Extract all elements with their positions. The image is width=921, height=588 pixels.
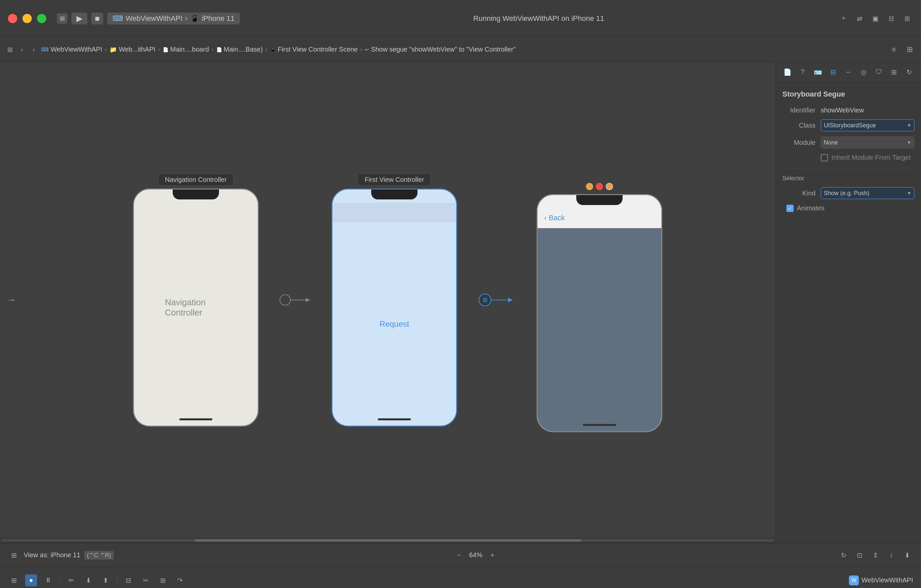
component-button[interactable]: ⊟: [122, 575, 134, 586]
home-indicator-3: [583, 424, 616, 426]
debug-view-button[interactable]: ⊞: [8, 575, 20, 586]
scrollbar-track[interactable]: [1, 539, 774, 542]
module-row: Module None ▼: [783, 136, 914, 148]
zoom-in-button[interactable]: +: [488, 550, 497, 561]
traffic-lights: [8, 14, 46, 23]
grid-button[interactable]: ⊞: [157, 575, 169, 586]
identity-inspector-icon[interactable]: 🪪: [812, 66, 824, 78]
web-vc-content: [538, 228, 661, 431]
maximize-button[interactable]: [37, 14, 46, 23]
back-button-text: ‹ Back: [544, 214, 565, 222]
status-right: ↻ ⊡ ⇕ ↕ ⬇: [838, 549, 913, 561]
view-as-text: View as: iPhone 11: [24, 551, 80, 559]
transfer-icon[interactable]: ⇄: [854, 13, 866, 24]
title-bar: ⊞ ▶ ■ ⌨ WebViewWithAPI › 📱 iPhone 11 Run…: [0, 0, 921, 37]
web-vc-navbar: ‹ Back: [538, 208, 661, 228]
web-vc-container: Web View Controller ‹ Back: [537, 168, 662, 432]
svg-point-0: [280, 295, 290, 305]
refresh-icon[interactable]: ↻: [838, 549, 849, 561]
layout-inspector-icon[interactable]: ⊞: [888, 66, 900, 78]
first-vc-navbar: [332, 203, 456, 223]
phone-notch-2: [371, 190, 418, 200]
stop-button[interactable]: ■: [91, 13, 103, 24]
minimize-button[interactable]: [23, 14, 32, 23]
forward-nav-icon[interactable]: ›: [29, 45, 38, 54]
nav-to-first-arrow: [278, 293, 312, 307]
first-vc-phone: Request: [332, 188, 457, 427]
layout-button[interactable]: ⊞: [901, 13, 913, 24]
canvas-scrollbar[interactable]: [0, 538, 775, 543]
zoom-level: 64%: [469, 551, 482, 559]
scheme-selector[interactable]: ⌨ WebViewWithAPI › 📱 iPhone 11: [107, 13, 240, 24]
nav-controller-container: Navigation Controller Navigation Control…: [133, 174, 259, 427]
svg-marker-6: [508, 298, 513, 302]
shield-icon[interactable]: 🛡: [873, 66, 885, 78]
connections-inspector-icon[interactable]: ◎: [858, 66, 870, 78]
inherit-checkbox[interactable]: [821, 154, 828, 161]
back-nav-icon[interactable]: ‹: [17, 45, 26, 54]
breadcrumb-segue[interactable]: ↩ Show segue "showWebView" to "View Cont…: [365, 45, 516, 53]
split-view-button[interactable]: ⊟: [885, 13, 897, 24]
right-panel-content: Storyboard Segue Identifier showWebView …: [776, 82, 921, 538]
class-select-chevron: ▼: [907, 123, 911, 128]
module-label: Module: [783, 139, 815, 146]
play-button[interactable]: ▶: [72, 13, 87, 24]
size-inspector-icon[interactable]: ↔: [842, 66, 854, 78]
kind-select[interactable]: Show (e.g. Push) ▼: [821, 187, 914, 199]
breadcrumb-project[interactable]: ⌨ WebViewWithAPI: [41, 45, 102, 53]
breadcrumb-main-base[interactable]: 📄 Main....Base): [216, 45, 263, 53]
class-row: Class UIStoryboardSegue ▼: [783, 119, 914, 131]
sidebar-toggle-button[interactable]: ⊞: [57, 13, 67, 24]
scrollbar-thumb[interactable]: [195, 539, 581, 542]
draw-button[interactable]: ✏: [65, 575, 77, 586]
cycle-icon[interactable]: ↻: [903, 66, 916, 78]
breadcrumb-bar: ⊞ ‹ › ⌨ WebViewWithAPI › 📁 Web...ithAPI …: [0, 37, 921, 62]
kind-label: Kind: [783, 190, 815, 197]
run-status: Running WebViewWithAPI on iPhone 11: [245, 14, 832, 23]
animates-label: Animates: [797, 205, 824, 212]
zoom-out-button[interactable]: −: [454, 550, 464, 561]
breadcrumb-scene[interactable]: 📱 First View Controller Scene: [270, 45, 358, 53]
module-select[interactable]: None ▼: [821, 136, 914, 148]
animates-row: Animates: [783, 205, 914, 212]
quick-help-icon[interactable]: ?: [796, 66, 809, 78]
fit-icon[interactable]: ⊡: [854, 549, 866, 561]
bc-sep-2: ›: [158, 46, 160, 53]
right-panel-toolbar: 📄 ? 🪪 ⊟ ↔ ◎ 🛡 ⊞ ↻: [776, 62, 921, 82]
active-button[interactable]: ●: [25, 575, 37, 586]
attributes-inspector-icon[interactable]: ⊟: [827, 66, 839, 78]
breadcrumb-folder[interactable]: 📁 Web...ithAPI: [109, 45, 156, 53]
close-button[interactable]: [8, 14, 17, 23]
identifier-value: showWebView: [821, 107, 914, 114]
panel-toggle-icon[interactable]: ⊞: [8, 549, 20, 561]
upload-arrow-button[interactable]: ⬆: [99, 575, 111, 586]
file-inspector-icon[interactable]: 📄: [781, 66, 794, 78]
kind-select-chevron: ▼: [907, 190, 911, 196]
canvas-area[interactable]: → Navigation Controller Navigation Contr…: [0, 62, 775, 538]
request-link: Request: [379, 320, 409, 329]
svg-marker-2: [306, 298, 310, 302]
breadcrumb-grid-button[interactable]: ⊞: [904, 44, 916, 55]
svg-text:⊞: ⊞: [483, 297, 488, 303]
add-button[interactable]: +: [838, 13, 849, 24]
view-as-shortcut: (⌃C ⌃R): [85, 551, 114, 560]
sidebar-icon[interactable]: ⊞: [5, 45, 15, 54]
pause-button[interactable]: ⏸: [42, 575, 54, 586]
nav-controller-phone: Navigation Controller: [133, 188, 259, 427]
scissors-button[interactable]: ✂: [140, 575, 151, 586]
scale-icon[interactable]: ↕: [885, 549, 897, 561]
view-mode-button[interactable]: ▣: [869, 13, 881, 24]
download-icon[interactable]: ⬇: [901, 549, 913, 561]
adjust-icon[interactable]: ⇕: [869, 549, 881, 561]
nav-controller-screen: Navigation Controller: [134, 190, 258, 426]
class-select[interactable]: UIStoryboardSegue ▼: [821, 119, 914, 131]
status-left: ⊞ View as: iPhone 11 (⌃C ⌃R): [8, 549, 114, 561]
download-arrow-button[interactable]: ⬇: [82, 575, 94, 586]
breadcrumb-main-board[interactable]: 📄 Main....board: [163, 45, 209, 53]
animates-checkbox[interactable]: [786, 205, 794, 212]
segue-arrow: ⊞: [477, 292, 517, 308]
nav-controller-center-text: Navigation Controller: [165, 297, 227, 318]
web-vc-screen: ‹ Back: [538, 195, 661, 431]
orientation-button[interactable]: ↷: [174, 575, 186, 586]
breadcrumb-menu-button[interactable]: ≡: [888, 44, 900, 55]
